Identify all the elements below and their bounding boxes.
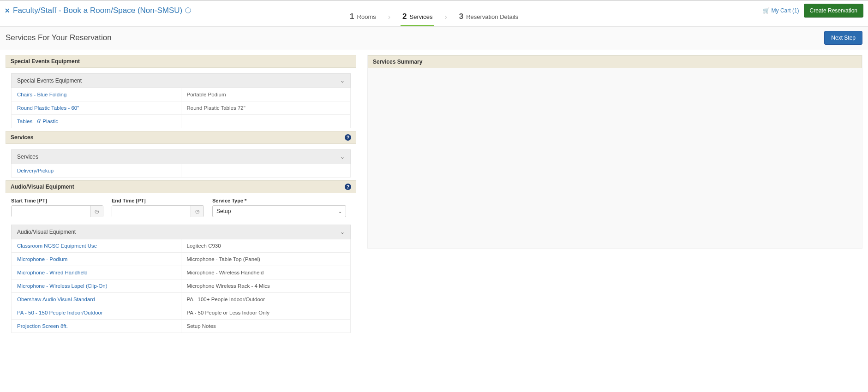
summary-header: Services Summary bbox=[368, 55, 862, 68]
summary-header-label: Services Summary bbox=[373, 59, 422, 65]
service-type-label: Service Type * bbox=[212, 198, 346, 203]
item-setup-notes[interactable]: Setup Notes bbox=[181, 320, 351, 333]
chevron-down-icon: ⌄ bbox=[338, 209, 342, 214]
info-icon[interactable]: ⓘ bbox=[185, 6, 191, 15]
special-events-subheader[interactable]: Special Events Equipment ⌄ bbox=[11, 73, 351, 88]
service-type-select[interactable]: Setup ⌄ bbox=[212, 205, 346, 217]
my-cart-link[interactable]: 🛒 My Cart (1) bbox=[763, 7, 799, 14]
item-projection-screen[interactable]: Projection Screen 8ft. bbox=[12, 320, 181, 333]
special-events-subheader-label: Special Events Equipment bbox=[17, 77, 82, 84]
item-round-tables-72[interactable]: Round Plastic Tables 72" bbox=[181, 101, 351, 114]
services-subheader[interactable]: Services ⌄ bbox=[11, 149, 351, 164]
start-time-label: Start Time [PT] bbox=[11, 198, 103, 203]
item-pa-100plus[interactable]: PA - 100+ People Indoor/Outdoor bbox=[181, 293, 351, 306]
start-time-input[interactable] bbox=[12, 206, 90, 217]
item-delivery-pickup[interactable]: Delivery/Pickup bbox=[12, 164, 181, 177]
item-obershaw-av[interactable]: Obershaw Audio Visual Standard bbox=[12, 293, 181, 306]
special-events-header: Special Events Equipment bbox=[6, 55, 356, 68]
services-summary-panel: Services Summary bbox=[367, 55, 862, 249]
item-mic-wireless-lapel[interactable]: Microphone - Wireless Lapel (Clip-On) bbox=[12, 279, 181, 292]
page-title: Faculty/Staff - Book a Room/Space (Non-S… bbox=[13, 6, 182, 15]
services-subheader-label: Services bbox=[17, 154, 38, 160]
av-header: Audio/Visual Equipment ? bbox=[6, 180, 356, 193]
item-mic-wireless-rack[interactable]: Microphone Wireless Rack - 4 Mics bbox=[181, 279, 351, 292]
item-mic-podium[interactable]: Microphone - Podium bbox=[12, 253, 181, 266]
clock-icon[interactable]: ◷ bbox=[191, 206, 204, 217]
cart-icon: 🛒 bbox=[763, 7, 770, 14]
av-header-label: Audio/Visual Equipment bbox=[11, 184, 74, 190]
cart-label: My Cart (1) bbox=[772, 7, 799, 14]
services-header-label: Services bbox=[11, 134, 33, 141]
close-icon[interactable]: ✕ bbox=[5, 7, 10, 14]
item-mic-tabletop[interactable]: Microphone - Table Top (Panel) bbox=[181, 253, 351, 266]
item-pa-50-indoor[interactable]: PA - 50 People or Less Indoor Only bbox=[181, 306, 351, 319]
chevron-down-icon: ⌄ bbox=[340, 154, 345, 160]
help-icon[interactable]: ? bbox=[345, 184, 351, 190]
item-tables-6ft[interactable]: Tables - 6' Plastic bbox=[12, 115, 181, 128]
item-round-tables-60[interactable]: Round Plastic Tables - 60" bbox=[12, 101, 181, 114]
av-subheader-label: Audio/Visual Equipment bbox=[17, 229, 76, 235]
item-logitech-c930[interactable]: Logitech C930 bbox=[181, 239, 351, 252]
end-time-label: End Time [PT] bbox=[112, 198, 204, 203]
next-step-button[interactable]: Next Step bbox=[824, 31, 862, 45]
item-mic-wireless-handheld[interactable]: Microphone - Wireless Handheld bbox=[181, 266, 351, 279]
item-chairs-blue-folding[interactable]: Chairs - Blue Folding bbox=[12, 88, 181, 101]
chevron-down-icon: ⌄ bbox=[340, 229, 345, 235]
chevron-down-icon: ⌄ bbox=[340, 77, 345, 84]
empty-cell bbox=[181, 115, 351, 128]
item-pa-50-150[interactable]: PA - 50 - 150 People Indoor/Outdoor bbox=[12, 306, 181, 319]
section-title: Services For Your Reservation bbox=[6, 33, 112, 42]
empty-cell bbox=[181, 164, 351, 177]
clock-icon[interactable]: ◷ bbox=[90, 206, 103, 217]
end-time-input[interactable] bbox=[112, 206, 191, 217]
item-mic-wired-handheld[interactable]: Microphone - Wired Handheld bbox=[12, 266, 181, 279]
item-portable-podium[interactable]: Portable Podium bbox=[181, 88, 351, 101]
av-subheader[interactable]: Audio/Visual Equipment ⌄ bbox=[11, 225, 351, 239]
services-header: Services ? bbox=[6, 131, 356, 144]
help-icon[interactable]: ? bbox=[345, 134, 351, 141]
create-reservation-button[interactable]: Create Reservation bbox=[804, 4, 863, 18]
service-type-value: Setup bbox=[216, 208, 231, 214]
item-classroom-ngsc[interactable]: Classroom NGSC Equipment Use bbox=[12, 239, 181, 252]
special-events-header-label: Special Events Equipment bbox=[11, 58, 80, 65]
